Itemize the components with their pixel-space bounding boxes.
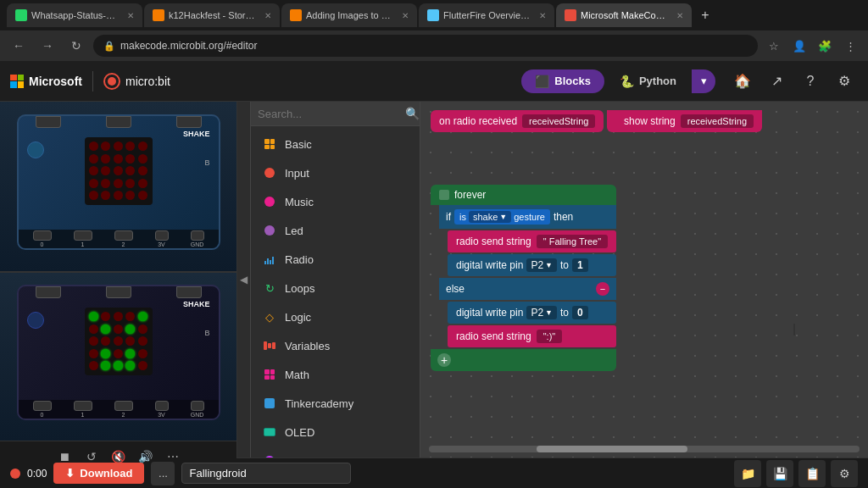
gear-icon[interactable]: ⚙ [831, 68, 858, 95]
help-icon[interactable]: ? [797, 68, 824, 95]
profile-icon[interactable]: 👤 [788, 35, 810, 57]
led-display [85, 137, 153, 205]
accel-circle [27, 141, 44, 158]
tab-5-favicon [565, 9, 576, 21]
extension-icon[interactable]: 🧩 [814, 35, 836, 57]
neopixel-icon [261, 452, 278, 458]
tinkercademy-icon [261, 395, 278, 412]
block-editor[interactable]: on radio received receivedString show st… [420, 102, 868, 458]
tab-2-favicon [153, 9, 164, 21]
toolbox-item-music[interactable]: Music [251, 187, 420, 216]
microbit-label: micro:bit [125, 75, 170, 88]
microbit-bottom: SHAKE B [17, 285, 220, 429]
oled-icon [261, 424, 278, 441]
accel-circle-2 [27, 312, 44, 329]
download-button[interactable]: ⬇ Download [53, 463, 144, 484]
url-bar[interactable]: 🔒 makecode.microbit.org/#editor [93, 35, 758, 57]
toolbox-item-math[interactable]: Math [251, 360, 420, 389]
mode-tabs: ⬛ Blocks 🐍 Python ▾ [521, 69, 715, 93]
tab-5[interactable]: Microsoft MakeCode for m... ✕ [556, 3, 692, 27]
bookmark-icon[interactable]: ☆ [763, 35, 785, 57]
variables-icon [261, 337, 278, 354]
toolbox-item-loops[interactable]: ↻ Loops [251, 274, 420, 302]
tab-3[interactable]: Adding Images to Firebase St... ✕ [281, 3, 417, 27]
add-block-button[interactable]: + [437, 353, 451, 367]
toolbox-item-led[interactable]: Led [251, 216, 420, 245]
tab-2[interactable]: k12Hackfest - Storage - Fire... ✕ [144, 3, 280, 27]
logic-icon: ◇ [261, 308, 278, 325]
home-icon[interactable]: 🏠 [729, 68, 756, 95]
b-label-2: B [204, 329, 209, 337]
record-indicator [10, 469, 20, 479]
input-icon [261, 164, 278, 181]
neopixel-label: Neopixel [285, 455, 328, 458]
toolbox-item-tinkercademy[interactable]: Tinkercademy [251, 389, 420, 418]
share-icon[interactable]: ↗ [763, 68, 790, 95]
folder-open-button[interactable]: 📁 [734, 460, 761, 487]
address-bar: ← → ↻ 🔒 makecode.microbit.org/#editor ☆ … [0, 30, 868, 61]
p2-dropdown[interactable]: P2 ▼ [526, 258, 557, 272]
settings-bottom-button[interactable]: ⚙ [831, 460, 858, 487]
toolbox-item-radio[interactable]: Radio [251, 245, 420, 274]
save-button[interactable]: 💾 [766, 460, 793, 487]
toolbox-item-input[interactable]: Input [251, 158, 420, 187]
radio-label: Radio [285, 253, 314, 266]
ms-logo-icon [10, 75, 24, 88]
toolbox-item-logic[interactable]: ◇ Logic [251, 302, 420, 331]
shake-label: SHAKE [183, 130, 210, 138]
val1-value: 1 [572, 258, 588, 272]
tab-3-favicon [290, 9, 302, 21]
tab-1-close[interactable]: ✕ [127, 11, 134, 20]
settings-icon[interactable]: ⋮ [839, 35, 861, 57]
loops-icon: ↻ [261, 280, 278, 297]
tab-2-close[interactable]: ✕ [264, 11, 271, 20]
back-button[interactable]: ← [7, 34, 31, 58]
tab-5-close[interactable]: ✕ [676, 11, 683, 20]
falling-tree-value: " Falling Tree" [537, 235, 608, 248]
search-input[interactable] [258, 108, 400, 120]
toolbox-item-variables[interactable]: Variables [251, 331, 420, 360]
forward-button[interactable]: → [36, 34, 59, 58]
tab-1-favicon [15, 9, 27, 21]
scroll-track[interactable] [429, 446, 860, 452]
bottom-bar: 0:00 ⬇ Download ... 📁 💾 📋 ⚙ [0, 458, 868, 488]
tab-4-close[interactable]: ✕ [539, 11, 546, 20]
url-text: makecode.microbit.org/#editor [120, 40, 257, 52]
cursor [793, 324, 800, 336]
tab-3-close[interactable]: ✕ [402, 11, 409, 20]
project-name-input[interactable] [181, 463, 351, 484]
shake-dropdown[interactable]: shake ▼ [469, 211, 511, 223]
microbit-top: SHAKE B [17, 114, 220, 258]
ms-label: Microsoft [29, 75, 82, 88]
python-tab[interactable]: 🐍 Python [606, 69, 690, 93]
else-label: else [446, 283, 465, 295]
new-tab-button[interactable]: + [693, 3, 717, 27]
toolbox-item-neopixel[interactable]: Neopixel [251, 446, 420, 458]
search-icon[interactable]: 🔍 [405, 107, 420, 120]
to-2-label: to [560, 307, 569, 319]
tab-4[interactable]: FlutterFire Overview | Flutte... ✕ [419, 3, 554, 27]
scroll-thumb[interactable] [537, 446, 687, 452]
refresh-button[interactable]: ↻ [64, 34, 88, 58]
svg-point-1 [108, 77, 116, 86]
microbit-logo: micro:bit [103, 73, 170, 90]
blocks-tab[interactable]: ⬛ Blocks [521, 69, 604, 93]
shake-dropdown-arrow: ▼ [499, 213, 507, 221]
smile-value: ":)" [537, 330, 563, 343]
more-button[interactable]: ... [151, 462, 175, 485]
copy-button[interactable]: 📋 [798, 460, 826, 487]
else-minus[interactable]: − [596, 282, 609, 296]
microsoft-logo: Microsoft [10, 75, 82, 88]
variables-label: Variables [285, 340, 330, 352]
tab-5-title: Microsoft MakeCode for m... [581, 10, 669, 20]
forever-block[interactable]: forever if is shake ▼ gesture then [431, 185, 616, 371]
p2-2-dropdown[interactable]: P2 ▼ [526, 306, 557, 319]
led-display-2 [85, 308, 153, 375]
bottom-pads: 0 1 2 3V [19, 230, 219, 248]
toolbox-collapse[interactable]: ◀ [237, 102, 251, 458]
toolbox-item-basic[interactable]: Basic [251, 130, 420, 158]
toolbox-item-oled[interactable]: OLED [251, 418, 420, 446]
mode-dropdown[interactable]: ▾ [692, 69, 715, 93]
tab-1[interactable]: Whatsapp-Status-Saver/vide... ✕ [7, 3, 142, 27]
on-radio-received-block[interactable]: on radio received receivedString show st… [431, 108, 762, 132]
